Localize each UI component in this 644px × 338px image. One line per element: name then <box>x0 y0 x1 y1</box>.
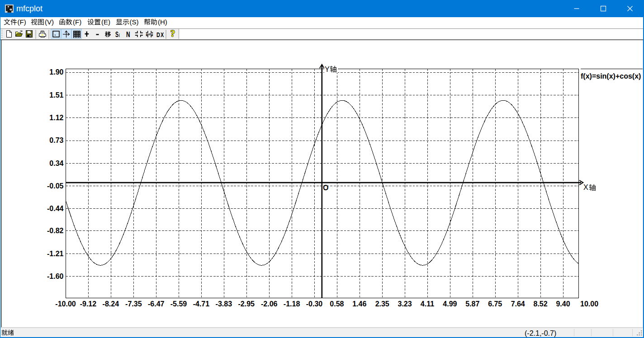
svg-text:1.90: 1.90 <box>49 68 63 76</box>
svg-text:Y: Y <box>325 66 330 73</box>
svg-text:-0.44: -0.44 <box>47 205 64 212</box>
svg-text:-0.82: -0.82 <box>47 227 64 235</box>
svg-text:-10.00: -10.00 <box>55 300 76 308</box>
svg-text:8.52: 8.52 <box>534 300 548 308</box>
svg-text:1.51: 1.51 <box>49 91 63 99</box>
svg-text:-5.59: -5.59 <box>170 300 187 308</box>
svg-text:-2.95: -2.95 <box>238 300 255 308</box>
svg-text:-4.71: -4.71 <box>193 300 210 308</box>
svg-text:-1.21: -1.21 <box>47 250 64 258</box>
svg-text:-1.60: -1.60 <box>47 272 64 280</box>
svg-text:4.99: 4.99 <box>443 300 457 308</box>
svg-text:O: O <box>323 184 328 192</box>
svg-text:f(x)=sin(x)+cos(x): f(x)=sin(x)+cos(x) <box>581 72 641 80</box>
svg-text:4.11: 4.11 <box>421 300 434 308</box>
svg-text:-9.12: -9.12 <box>80 300 97 308</box>
svg-text:7.64: 7.64 <box>511 300 525 308</box>
svg-text:9.40: 9.40 <box>556 300 570 308</box>
svg-text:2.35: 2.35 <box>375 300 389 308</box>
svg-text:-0.30: -0.30 <box>306 300 323 308</box>
svg-text:-7.35: -7.35 <box>125 300 142 308</box>
svg-text:-1.18: -1.18 <box>284 300 300 308</box>
svg-text:X: X <box>583 183 588 191</box>
svg-text:-8.24: -8.24 <box>103 300 119 308</box>
svg-text:0.73: 0.73 <box>49 136 63 144</box>
svg-text:-6.47: -6.47 <box>148 300 165 308</box>
svg-text:3.23: 3.23 <box>398 300 412 308</box>
svg-text:1.12: 1.12 <box>49 114 63 122</box>
svg-text:10.00: 10.00 <box>580 300 598 308</box>
svg-text:-3.83: -3.83 <box>216 300 232 308</box>
svg-text:-2.06: -2.06 <box>261 300 278 308</box>
svg-text:0.58: 0.58 <box>330 300 344 308</box>
svg-text:6.75: 6.75 <box>488 300 502 308</box>
svg-text:0.34: 0.34 <box>49 160 63 167</box>
svg-text:1.46: 1.46 <box>352 300 366 308</box>
svg-text:-0.05: -0.05 <box>47 182 64 190</box>
svg-text:5.87: 5.87 <box>465 300 479 308</box>
